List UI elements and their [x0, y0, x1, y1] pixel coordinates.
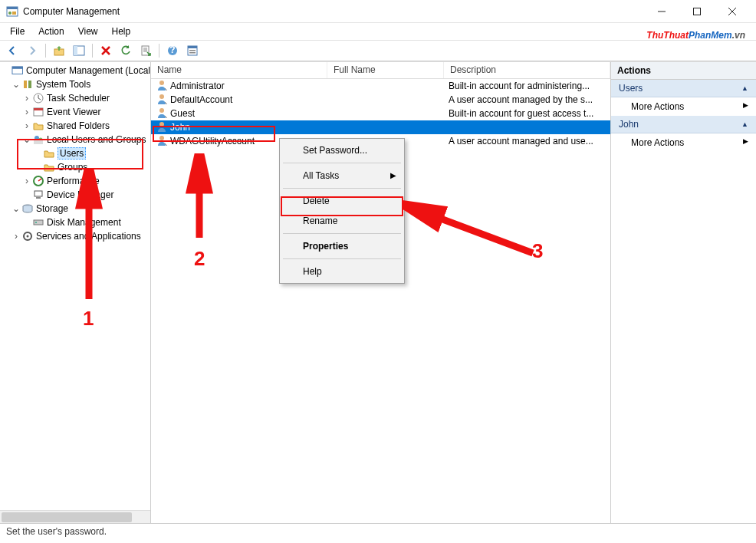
ctx-properties[interactable]: Properties [281, 236, 403, 256]
ctx-rename[interactable]: Rename [281, 211, 403, 231]
navigation-tree[interactable]: Computer Management (Local System Tools … [0, 64, 150, 243]
expander-icon[interactable] [11, 231, 21, 242]
collapse-caret-icon: ▲ [741, 120, 748, 128]
svg-point-37 [159, 94, 164, 99]
cell-name: Administrator [170, 81, 225, 91]
menu-separator [283, 258, 401, 259]
menu-help[interactable]: Help [107, 25, 136, 38]
menubar: File Action View Help [0, 23, 756, 40]
refresh-button[interactable] [117, 42, 135, 59]
svg-rect-16 [189, 50, 196, 51]
user-icon [156, 79, 168, 94]
export-button[interactable] [136, 42, 155, 59]
user-icon [156, 134, 168, 149]
tree-disk-management[interactable]: Disk Management [47, 217, 121, 228]
tree-task-scheduler[interactable]: Task Scheduler [47, 93, 110, 104]
svg-point-40 [159, 136, 164, 140]
expander-icon[interactable] [21, 93, 32, 104]
tree-performance[interactable]: Performance [47, 176, 100, 186]
expander-icon [21, 217, 32, 228]
task-scheduler-icon [32, 92, 44, 104]
ctx-help[interactable]: Help [281, 262, 403, 281]
action-more-john[interactable]: More Actions▶ [611, 133, 756, 152]
tree-shared-folders[interactable]: Shared Folders [47, 120, 110, 131]
list-row[interactable]: Guest Built-in account for guest access … [151, 107, 610, 120]
folder-icon [43, 161, 55, 173]
window-title: Computer Management [23, 6, 120, 17]
svg-rect-17 [189, 52, 196, 54]
tree-pane: Computer Management (Local System Tools … [0, 62, 151, 523]
svg-rect-11 [142, 46, 149, 55]
list-row[interactable]: Administrator Built-in account for admin… [151, 79, 610, 93]
ctx-set-password[interactable]: Set Password... [281, 140, 403, 160]
performance-icon [32, 175, 44, 187]
back-button[interactable] [3, 42, 21, 59]
delete-button[interactable] [97, 42, 115, 59]
horizontal-scrollbar[interactable] [0, 510, 150, 523]
cell-description: A user account managed and use... [444, 136, 610, 146]
expander-icon[interactable] [21, 107, 32, 117]
svg-point-33 [35, 222, 37, 223]
list-row-selected[interactable]: John [151, 120, 610, 134]
tree-users[interactable]: Users [58, 147, 86, 160]
tree-local-users-groups[interactable]: Local Users and Groups [47, 134, 146, 145]
user-icon [156, 107, 168, 121]
computer-management-icon [12, 64, 23, 77]
cell-name: John [170, 122, 190, 133]
ctx-all-tasks[interactable]: All Tasks▶ [281, 166, 403, 186]
menu-file[interactable]: File [5, 25, 30, 38]
show-hide-tree-button[interactable] [70, 42, 88, 59]
app-icon [6, 5, 18, 18]
tree-device-manager[interactable]: Device Manager [47, 189, 113, 200]
svg-point-25 [35, 136, 39, 140]
action-more-users[interactable]: More Actions▶ [611, 97, 756, 116]
expander-icon[interactable] [21, 134, 32, 145]
up-button[interactable] [50, 42, 68, 59]
svg-point-39 [159, 122, 164, 127]
shared-folders-icon [32, 120, 44, 132]
svg-point-2 [8, 12, 12, 15]
svg-text:?: ? [169, 44, 175, 55]
submenu-caret-icon: ▶ [743, 137, 748, 148]
expander-icon[interactable] [21, 120, 32, 131]
expander-icon[interactable] [11, 203, 21, 214]
cell-name: WDAGUtilityAccount [170, 136, 255, 146]
column-header-fullname[interactable]: Full Name [327, 62, 444, 78]
menu-action[interactable]: Action [33, 25, 69, 38]
local-users-groups-icon [32, 133, 44, 146]
expander-icon[interactable] [11, 79, 21, 90]
list-pane: Name Full Name Description Administrator… [151, 62, 611, 523]
tree-root[interactable]: Computer Management (Local [26, 65, 150, 76]
close-button[interactable] [715, 0, 750, 23]
expander-icon[interactable] [21, 176, 32, 186]
tree-storage[interactable]: Storage [36, 203, 68, 214]
svg-rect-24 [34, 108, 43, 110]
svg-rect-5 [694, 8, 701, 15]
expander-icon [32, 162, 43, 173]
context-menu: Set Password... All Tasks▶ Delete Rename… [279, 138, 405, 284]
properties-button[interactable] [183, 42, 202, 59]
svg-rect-21 [28, 81, 31, 88]
column-header-name[interactable]: Name [151, 62, 327, 78]
help-button[interactable]: ? [163, 42, 182, 59]
expander-icon[interactable] [2, 65, 12, 76]
forward-button[interactable] [23, 42, 41, 59]
tree-system-tools[interactable]: System Tools [36, 79, 90, 90]
tree-groups[interactable]: Groups [58, 162, 87, 173]
ctx-delete[interactable]: Delete [281, 191, 403, 211]
actions-section-john[interactable]: John▲ [611, 116, 756, 133]
list-row[interactable]: DefaultAccount A user account managed by… [151, 93, 610, 107]
actions-pane: Actions Users▲ More Actions▶ John▲ More … [611, 62, 756, 523]
tree-event-viewer[interactable]: Event Viewer [47, 107, 100, 117]
minimize-button[interactable] [644, 0, 679, 23]
maximize-button[interactable] [679, 0, 715, 23]
system-tools-icon [21, 78, 34, 90]
column-header-description[interactable]: Description [444, 62, 610, 78]
actions-section-users[interactable]: Users▲ [611, 80, 756, 97]
expander-icon [21, 189, 32, 200]
cell-name: Guest [170, 108, 195, 119]
tree-services-apps[interactable]: Services and Applications [36, 231, 141, 242]
menu-view[interactable]: View [73, 25, 104, 38]
menu-separator [283, 233, 401, 234]
services-apps-icon [21, 230, 34, 242]
